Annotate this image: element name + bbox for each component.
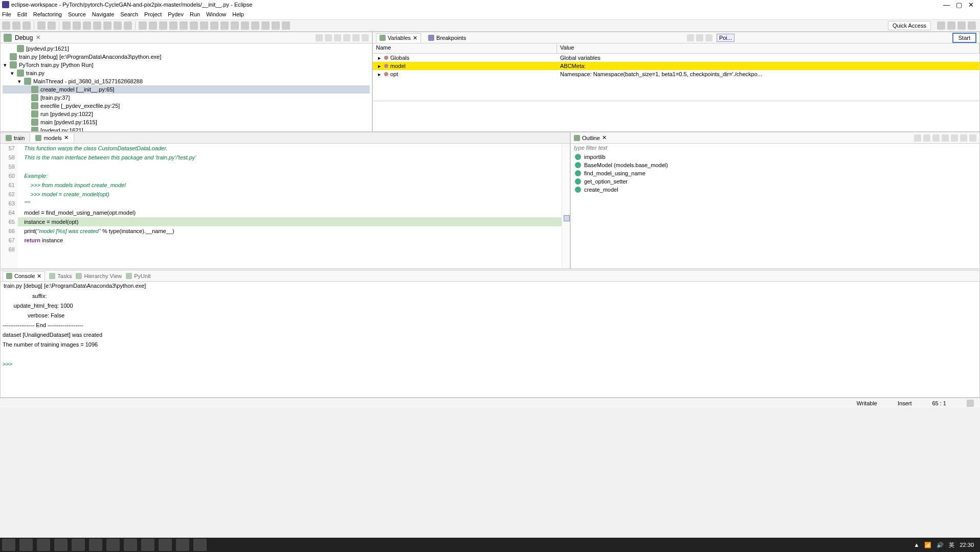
outline-filter-input[interactable] <box>574 145 976 151</box>
line-number[interactable]: 65 <box>1 217 15 226</box>
editor-tab-train[interactable]: train <box>1 134 30 142</box>
view-menu-icon[interactable] <box>343 34 350 41</box>
toolbar-icon[interactable] <box>316 34 323 41</box>
close-icon[interactable]: ✕ <box>602 134 607 141</box>
debug-icon[interactable] <box>37 21 46 30</box>
overview-ruler[interactable] <box>562 144 570 268</box>
volume-icon[interactable]: 🔊 <box>937 542 944 548</box>
toolbar-icon[interactable] <box>932 134 940 142</box>
code-line[interactable]: This function warps the class CustomData… <box>18 144 562 153</box>
expand-icon[interactable]: ▸ <box>377 71 382 78</box>
code-area[interactable]: This function warps the class CustomData… <box>18 144 562 268</box>
taskbar-app[interactable] <box>106 539 120 551</box>
resource-perspective-icon[interactable] <box>968 21 976 30</box>
code-line[interactable] <box>18 162 562 171</box>
status-icon[interactable] <box>967 400 974 407</box>
debug-tree-item[interactable]: ▾train.py <box>3 69 370 77</box>
toolbar-icon[interactable] <box>210 21 218 30</box>
line-number[interactable]: 63 <box>1 199 15 208</box>
toolbar-icon[interactable] <box>139 21 147 30</box>
expand-icon[interactable]: ▾ <box>10 70 15 77</box>
toolbar-icon[interactable] <box>159 21 167 30</box>
run-icon[interactable] <box>48 21 56 30</box>
network-icon[interactable]: 📶 <box>924 542 931 548</box>
expand-icon[interactable]: ▾ <box>17 78 22 85</box>
taskbar-app[interactable] <box>193 539 207 551</box>
toolbar-icon[interactable] <box>241 21 249 30</box>
outline-item[interactable]: get_option_setter <box>575 177 975 186</box>
close-icon[interactable]: ✕ <box>37 273 41 280</box>
maximize-button[interactable]: ▢ <box>956 1 962 9</box>
close-icon[interactable]: ✕ <box>413 35 417 41</box>
variables-body[interactable]: ▸GlobalsGlobal variables▸modelABCMeta: ▸… <box>373 54 979 101</box>
ruler-mark[interactable] <box>564 215 570 221</box>
disconnect-icon[interactable] <box>93 21 101 30</box>
taskbar-app[interactable] <box>89 539 102 551</box>
line-number[interactable]: 64 <box>1 208 15 217</box>
col-name[interactable]: Name <box>373 43 557 53</box>
line-gutter[interactable]: 575859606162636465666768 <box>1 144 18 268</box>
step-over-icon[interactable] <box>114 21 122 30</box>
toolbar-icon[interactable] <box>334 34 341 41</box>
toolbar-icon[interactable] <box>696 34 703 41</box>
menu-pydev[interactable]: Pydev <box>168 11 184 17</box>
line-number[interactable]: 62 <box>1 190 15 199</box>
tab-pyunit[interactable]: PyUnit <box>126 273 150 279</box>
outline-item[interactable]: find_model_using_name <box>575 169 975 177</box>
terminate-icon[interactable] <box>83 21 91 30</box>
taskbar-app[interactable] <box>141 539 154 551</box>
minimize-view-icon[interactable] <box>960 134 967 142</box>
taskbar-app[interactable] <box>176 539 189 551</box>
tray-icon[interactable]: ▲ <box>914 542 920 548</box>
editor-tab-models[interactable]: models ✕ <box>30 133 74 142</box>
outline-item[interactable]: BaseModel (models.base_model) <box>575 161 975 169</box>
debug-tree-item[interactable]: [pydevd.py:1621] <box>3 44 370 53</box>
outline-body[interactable]: importlibBaseModel (models.base_model)fi… <box>571 152 979 268</box>
toolbar-icon[interactable] <box>149 21 157 30</box>
resume-icon[interactable] <box>62 21 71 30</box>
view-menu-icon[interactable] <box>951 134 958 142</box>
debug-tree[interactable]: [pydevd.py:1621]train.py [debug] [e:\Pro… <box>1 43 372 131</box>
expand-icon[interactable]: ▸ <box>377 63 382 70</box>
menu-search[interactable]: Search <box>120 11 138 17</box>
debug-tree-item[interactable]: execfile [_pydev_execfile.py:25] <box>3 102 370 110</box>
start-button[interactable] <box>2 539 15 551</box>
close-icon[interactable]: ✕ <box>36 34 40 41</box>
line-number[interactable]: 59 <box>1 162 15 171</box>
line-number[interactable]: 67 <box>1 236 15 245</box>
debug-tree-item[interactable]: [pydevd.py:1621] <box>3 126 370 131</box>
close-button[interactable]: ✕ <box>968 1 974 9</box>
minimize-view-icon[interactable] <box>352 34 360 41</box>
variable-row[interactable]: ▸modelABCMeta: <box>373 62 979 70</box>
menu-help[interactable]: Help <box>232 11 244 17</box>
outline-filter[interactable] <box>571 144 979 152</box>
debug-tree-item[interactable]: run [pydevd.py:1022] <box>3 110 370 118</box>
cortana-icon[interactable] <box>19 539 33 551</box>
expand-icon[interactable]: ▾ <box>3 62 8 68</box>
code-line[interactable]: instance = model(opt) <box>18 217 562 226</box>
toolbar-icon[interactable] <box>180 21 188 30</box>
variable-row[interactable]: ▸GlobalsGlobal variables <box>373 54 979 62</box>
clock[interactable]: 22:30 <box>960 542 974 548</box>
ime-icon[interactable]: 英 <box>949 541 954 549</box>
open-perspective-icon[interactable] <box>937 21 945 30</box>
close-icon[interactable]: ✕ <box>64 134 69 141</box>
variable-row[interactable]: ▸optNamespace: Namespace(batch_size=1, b… <box>373 70 979 78</box>
code-line[interactable] <box>18 245 562 254</box>
toolbar-icon[interactable] <box>325 34 332 41</box>
line-number[interactable]: 58 <box>1 153 15 162</box>
toolbar-icon[interactable] <box>272 21 280 30</box>
tab-tasks[interactable]: Tasks <box>49 273 72 279</box>
toolbar-icon[interactable] <box>169 21 177 30</box>
maximize-view-icon[interactable] <box>969 134 976 142</box>
save-icon[interactable] <box>12 21 20 30</box>
debug-tree-item[interactable]: ▾MainThread - pid_3680_id_1527162868288 <box>3 77 370 85</box>
suspend-icon[interactable] <box>73 21 81 30</box>
toolbar-icon[interactable] <box>251 21 259 30</box>
code-line[interactable]: This is the main interface between this … <box>18 153 562 162</box>
toolbar-icon[interactable] <box>261 21 270 30</box>
debug-perspective-icon[interactable] <box>957 21 966 30</box>
code-line[interactable]: model = find_model_using_name(opt.model) <box>18 208 562 217</box>
taskbar-app[interactable] <box>72 539 85 551</box>
save-all-icon[interactable] <box>23 21 31 30</box>
